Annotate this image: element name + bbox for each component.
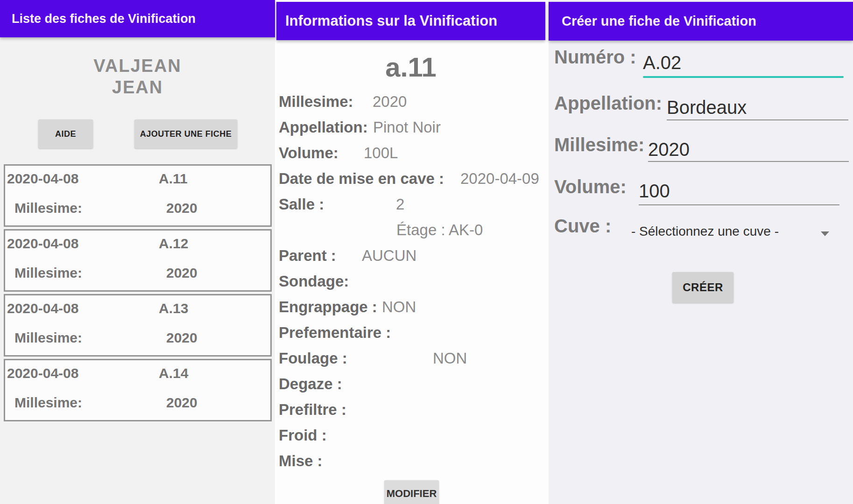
row-label: Appellation: — [279, 119, 368, 136]
fiche-id: a.11 — [276, 51, 545, 83]
row-label: Salle : — [279, 196, 324, 213]
help-button-label: AIDE — [55, 129, 76, 139]
info-row-appellation: Appellation: Pinot Noir — [279, 114, 543, 140]
row-value: AUCUN — [362, 247, 416, 265]
list-item[interactable]: 2020-04-08 A.12 Millesime: 2020 — [4, 229, 272, 292]
numero-label: Numéro : — [554, 47, 636, 68]
cuve-label: Cuve : — [554, 216, 611, 237]
item-code: A.12 — [159, 236, 188, 252]
item-code: A.13 — [159, 301, 188, 316]
item-date: 2020-04-08 — [7, 301, 78, 316]
row-value: NON — [433, 350, 467, 367]
appellation-input[interactable]: Bordeaux — [667, 97, 747, 118]
info-row-salle: Salle : 2 — [279, 191, 543, 217]
item-millesime-label: Millesime: — [14, 200, 82, 216]
row-label: Millesime: — [279, 93, 353, 111]
help-button[interactable]: AIDE — [38, 119, 93, 148]
create-button-label: CRÉER — [683, 281, 723, 294]
owner-lastname: VALJEAN — [0, 55, 275, 77]
info-row-mise: Mise : — [279, 448, 543, 474]
row-label: Parent : — [279, 247, 336, 265]
volume-label: Volume: — [554, 176, 627, 197]
info-row-millesime: Millesime: 2020 — [279, 89, 543, 114]
panel-list: Liste des fiches de Vinification VALJEAN… — [0, 0, 275, 504]
info-row-volume: Volume: 100L — [279, 140, 543, 166]
app-stage: Liste des fiches de Vinification VALJEAN… — [0, 0, 853, 504]
add-fiche-button[interactable]: AJOUTER UNE FICHE — [134, 119, 237, 148]
row-label: Froid : — [279, 427, 327, 444]
owner-name: VALJEAN JEAN — [0, 55, 275, 98]
row-label: Prefementaire : — [279, 324, 391, 342]
list-item[interactable]: 2020-04-08 A.11 Millesime: 2020 — [4, 164, 272, 227]
item-date: 2020-04-08 — [7, 236, 78, 252]
numero-input[interactable]: A.02 — [643, 52, 681, 73]
list-item[interactable]: 2020-04-08 A.13 Millesime: 2020 — [4, 294, 272, 357]
millesime-underline — [648, 161, 849, 162]
row-value: 2 — [396, 196, 404, 213]
row-value: Pinot Noir — [373, 119, 441, 136]
item-code: A.11 — [159, 171, 188, 187]
info-row-etage: Étage : AK-0 — [279, 217, 543, 243]
row-value: Étage : AK-0 — [396, 221, 483, 239]
create-title: Créer une fiche de Vinification — [562, 14, 756, 29]
item-millesime-value: 2020 — [166, 265, 197, 281]
info-row-prefiltre: Prefiltre : — [279, 397, 543, 422]
item-date: 2020-04-08 — [7, 365, 78, 381]
create-button[interactable]: CRÉER — [672, 272, 733, 303]
item-date: 2020-04-08 — [7, 171, 78, 187]
add-fiche-button-label: AJOUTER UNE FICHE — [140, 129, 232, 139]
list-title: Liste des fiches de Vinification — [12, 12, 196, 26]
volume-input[interactable]: 100 — [639, 181, 670, 202]
cuve-select[interactable]: - Sélectionnez une cuve - — [631, 224, 779, 239]
item-millesime-value: 2020 — [166, 395, 197, 411]
info-title: Informations sur la Vinification — [285, 13, 497, 29]
list-header: Liste des fiches de Vinification — [0, 0, 275, 37]
row-value: 2020 — [373, 93, 407, 111]
row-label: Date de mise en cave : — [279, 170, 444, 188]
modify-button-label: MODIFIER — [387, 488, 437, 500]
item-millesime-label: Millesime: — [14, 395, 82, 411]
info-row-engrappage: Engrappage : NON — [279, 294, 543, 320]
info-row-parent: Parent : AUCUN — [279, 243, 543, 268]
info-row-froid: Froid : — [279, 422, 543, 448]
list-item[interactable]: 2020-04-08 A.14 Millesime: 2020 — [4, 359, 272, 421]
info-row-foulage: Foulage : NON — [279, 345, 543, 371]
appellation-label: Appellation: — [554, 93, 662, 114]
owner-firstname: JEAN — [0, 77, 275, 98]
row-label: Foulage : — [279, 350, 347, 367]
info-rows: Millesime: 2020 Appellation: Pinot Noir … — [279, 89, 543, 474]
volume-underline — [639, 204, 839, 205]
row-label: Mise : — [279, 452, 323, 470]
appellation-underline — [667, 119, 848, 120]
millesime-input[interactable]: 2020 — [648, 139, 690, 160]
numero-underline — [643, 76, 844, 78]
info-row-prefementaire: Prefementaire : — [279, 320, 543, 345]
row-label: Volume: — [279, 144, 338, 162]
info-row-sondage: Sondage: — [279, 268, 543, 294]
row-label: Prefiltre : — [279, 401, 346, 419]
row-value: NON — [382, 298, 416, 316]
item-millesime-value: 2020 — [166, 330, 197, 346]
info-row-degaze: Degaze : — [279, 371, 543, 397]
modify-button[interactable]: MODIFIER — [384, 480, 439, 504]
info-row-date-cave: Date de mise en cave : 2020-04-09 — [279, 166, 543, 191]
panel-create: Créer une fiche de Vinification Numéro :… — [549, 0, 853, 504]
item-millesime-value: 2020 — [166, 200, 197, 216]
row-label: Degaze : — [279, 375, 342, 393]
chevron-down-icon[interactable] — [821, 231, 829, 236]
item-millesime-label: Millesime: — [14, 265, 82, 281]
item-millesime-label: Millesime: — [14, 330, 82, 346]
millesime-label: Millesime: — [554, 134, 644, 155]
info-header: Informations sur la Vinification — [276, 2, 545, 40]
row-label: Sondage: — [279, 273, 349, 290]
row-value: 2020-04-09 — [460, 170, 539, 188]
item-code: A.14 — [159, 365, 188, 381]
panel-info: Informations sur la Vinification a.11 Mi… — [276, 0, 545, 504]
row-value: 100L — [364, 144, 398, 162]
row-label: Engrappage : — [279, 298, 377, 316]
create-header: Créer une fiche de Vinification — [549, 2, 853, 41]
